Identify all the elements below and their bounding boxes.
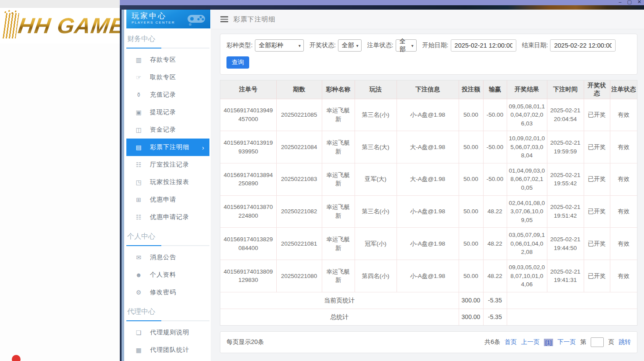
page-top-strip <box>0 0 120 8</box>
table-row: 40156917401380912983020250221080幸运飞艇新第四名… <box>220 260 637 292</box>
table-cell: 09,05,08,01,10,04,07,02,06,03 <box>507 99 547 131</box>
table-cell: 幸运飞艇新 <box>322 228 355 260</box>
table-cell: 2025-02-21 19:41:31 <box>547 260 584 292</box>
table-cell: 10,09,02,01,05,06,07,03,08,04 <box>507 131 547 163</box>
summary-row: 当前页统计300.00-5.35 <box>220 292 637 309</box>
next-page-link[interactable]: 下一页 <box>557 338 576 346</box>
table-cell: 2025-02-21 19:44:50 <box>547 228 584 260</box>
lottery-type-select[interactable]: 全部彩种 ▾ <box>255 39 304 52</box>
minimize-icon[interactable]: – <box>619 0 621 4</box>
table-cell: 401569174013894250890 <box>220 163 276 195</box>
sidebar-item[interactable]: ⚙修改密码 <box>126 284 209 301</box>
summary-blank-cell <box>507 309 637 325</box>
sidebar-item-label: 彩票下注明细 <box>150 143 189 151</box>
table-cell: 亚军(大) <box>355 163 397 195</box>
draw-status-label: 开奖状态: <box>310 42 336 49</box>
filter-panel: 彩种类型: 全部彩种 ▾ 开奖状态: 全部 ▾ <box>220 34 637 75</box>
sidebar-item[interactable]: ☞取款专区 <box>126 69 209 86</box>
draw-status-select[interactable]: 全部 ▾ <box>338 39 362 52</box>
sidebar-item-label: 玩家投注报表 <box>150 178 189 186</box>
sidebar-item[interactable]: ◫资金记录 <box>126 121 209 139</box>
lottery-type-value: 全部彩种 <box>259 42 283 49</box>
sidebar-item[interactable]: ▣提现记录 <box>126 104 209 121</box>
table-cell: 第三名(小) <box>355 195 397 228</box>
window-titlebar: –▢✕ <box>120 0 644 5</box>
sidebar-item-label: 个人资料 <box>150 271 176 279</box>
start-date-input[interactable] <box>451 39 516 52</box>
sidebar-header: 玩家中心 PLAYERS CENTER <box>126 10 210 28</box>
jump-page-input[interactable] <box>591 337 604 347</box>
sidebar-item[interactable]: ☻个人资料 <box>126 266 209 284</box>
first-page-link[interactable]: 首页 <box>505 338 517 346</box>
red-fragment <box>12 355 21 361</box>
sidebar-item-label: 充值记录 <box>150 91 176 99</box>
table-cell: 20250221081 <box>276 228 322 260</box>
sidebar-item-label: 修改密码 <box>150 288 176 296</box>
sidebar-item[interactable]: ⚱充值记录 <box>126 86 209 104</box>
table-cell: 已开奖 <box>584 195 610 228</box>
prev-page-link[interactable]: 上一页 <box>521 338 540 346</box>
sidebar-item[interactable]: ❏代理规则说明 <box>126 324 209 341</box>
end-date-input[interactable] <box>550 39 616 52</box>
table-cell: 401569174013870224800 <box>220 195 276 228</box>
table-cell: 401569174013919939950 <box>220 131 276 163</box>
sidebar-item[interactable]: ☷厅室投注记录 <box>126 156 209 174</box>
table-cell: 02,04,01,08,03,07,06,10,09,05 <box>507 195 547 228</box>
order-status-label: 注单状态: <box>367 42 393 49</box>
main-content: 彩票下注明细 彩种类型: 全部彩种 ▾ 开奖状态: 全部 <box>211 10 644 361</box>
table-cell: 2025-02-21 19:51:42 <box>547 195 584 228</box>
sidebar-item-label: 存款专区 <box>150 56 176 64</box>
table-cell: 有效 <box>610 163 637 195</box>
maximize-icon[interactable]: ▢ <box>627 0 631 4</box>
table-cell: 20250221082 <box>276 195 322 228</box>
table-cell: 已开奖 <box>584 131 610 163</box>
gamepad-icon <box>186 11 207 26</box>
jump-button[interactable]: 跳转 <box>619 338 631 346</box>
logo-band: HH GAME <box>0 8 120 44</box>
table-cell: 小-A盘@1.98 <box>397 99 459 131</box>
background-page: HH GAME <box>0 0 120 361</box>
gear-icon: ⚙ <box>134 289 143 296</box>
sidebar-item[interactable]: ☷优惠申请记录 <box>126 208 209 226</box>
sidebar-item-label: 消息公告 <box>150 253 176 261</box>
table-cell: 第三名(小) <box>355 99 397 131</box>
table-cell: 20250221080 <box>276 260 322 292</box>
summary-bet-total: 300.00 <box>459 309 483 325</box>
table-cell: 第三名(大) <box>355 131 397 163</box>
column-header: 玩法 <box>355 80 397 99</box>
sidebar-item[interactable]: ⊞优惠申请 <box>126 191 209 208</box>
sidebar-section-title: 财务中心 <box>126 35 209 49</box>
table-cell: 幸运飞艇新 <box>322 195 355 228</box>
order-status-select[interactable]: 全部 ▾ <box>396 39 417 52</box>
agent-rules-doc-icon: ❏ <box>134 329 143 336</box>
column-header: 下注时间 <box>547 80 584 99</box>
column-header: 彩种名称 <box>322 80 355 99</box>
table-cell: 小-A盘@1.98 <box>397 228 459 260</box>
column-header: 开奖状态 <box>584 80 610 99</box>
table-cell: 小-A盘@1.98 <box>397 260 459 292</box>
sidebar-item[interactable]: ✉消息公告 <box>126 249 209 266</box>
pager: 共6条 首页 上一页 [1] 下一页 第 页 跳转 <box>484 337 631 347</box>
sidebar-item[interactable]: ▤彩票下注明细› <box>126 139 209 156</box>
table-cell: 2025-02-21 19:59:59 <box>547 131 584 163</box>
table-cell: 有效 <box>610 195 637 228</box>
table-cell: 48.22 <box>483 228 507 260</box>
moneybag-icon: ⚱ <box>134 91 143 98</box>
logo-text: HH GAME <box>17 13 120 38</box>
table-cell: 20250221085 <box>276 99 322 131</box>
hamburger-menu-icon[interactable] <box>220 16 228 22</box>
close-icon[interactable]: ✕ <box>637 0 641 4</box>
table-cell: 20250221083 <box>276 163 322 195</box>
table-cell: -50.00 <box>483 163 507 195</box>
sidebar-item[interactable]: ▥存款专区 <box>126 51 209 69</box>
sidebar-item[interactable]: ◳玩家投注报表 <box>126 174 209 191</box>
sidebar-section-title: 个人中心 <box>126 232 209 246</box>
sidebar-item-label: 提现记录 <box>150 108 176 116</box>
sidebar-item[interactable]: ▦代理团队统计 <box>126 341 209 359</box>
sidebar-item-label: 取款专区 <box>150 73 176 81</box>
query-button[interactable]: 查询 <box>226 56 249 69</box>
table-cell: 03,05,07,09,10,06,01,04,02,08 <box>507 228 547 260</box>
promo-records-icon: ☷ <box>134 214 143 221</box>
page-size-text: 每页显示20条 <box>226 338 264 346</box>
table-cell: 401569174013829084400 <box>220 228 276 260</box>
